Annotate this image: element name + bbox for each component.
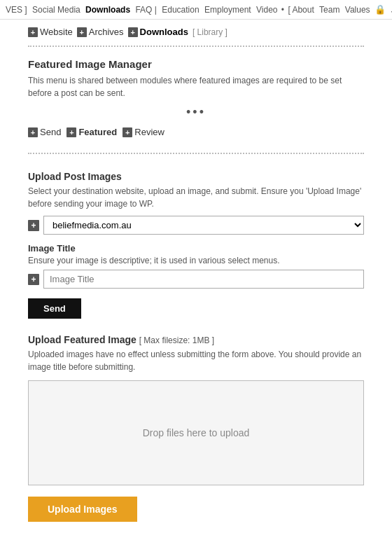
nav-separator: [29, 5, 31, 15]
divider-mid: [28, 153, 364, 154]
breadcrumb-extra: [ Library ]: [192, 27, 227, 37]
nav-separator: [82, 5, 84, 15]
breadcrumb-website-label: Website: [40, 27, 73, 37]
sub-nav-review-label: Review: [134, 127, 164, 137]
drop-zone[interactable]: Drop files here to upload: [28, 380, 364, 485]
nav-separator: [158, 5, 160, 15]
featured-image-manager-desc: This menu is shared between modules wher…: [28, 74, 364, 99]
sub-nav: + Send + Featured + Review: [28, 127, 364, 137]
drop-zone-text: Drop files here to upload: [143, 427, 250, 438]
image-title-row: +: [28, 270, 364, 289]
featured-title-note: [ Max filesize: 1MB ]: [139, 335, 214, 345]
plus-icon-website: +: [28, 27, 38, 37]
plus-icon-archives: +: [77, 27, 87, 37]
dropdown-row: + beliefmedia.com.au: [28, 216, 364, 235]
nav-education[interactable]: Education: [162, 5, 199, 15]
upload-post-title: Upload Post Images: [28, 171, 364, 182]
nav-faq[interactable]: FAQ |: [135, 5, 156, 15]
image-title-label: Image Title: [28, 243, 364, 254]
breadcrumb-website[interactable]: + Website: [28, 27, 73, 37]
upload-post-desc: Select your destination website, upload …: [28, 185, 364, 210]
featured-image-manager-title: Featured Image Manager: [28, 58, 364, 70]
lock-icon[interactable]: 🔒: [374, 4, 386, 15]
divider-top: [28, 46, 364, 47]
upload-featured-section: Upload Featured Image [ Max filesize: 1M…: [28, 334, 364, 522]
nav-separator: [341, 5, 343, 15]
breadcrumb-archives[interactable]: + Archives: [77, 27, 124, 37]
website-dropdown[interactable]: beliefmedia.com.au: [43, 216, 364, 235]
share-icon[interactable]: ↗: [390, 4, 392, 15]
upload-images-button[interactable]: Upload Images: [28, 497, 137, 522]
featured-image-manager-section: Featured Image Manager This menu is shar…: [0, 51, 392, 148]
upload-featured-desc: Uploaded images have no effect unless su…: [28, 348, 364, 373]
nav-values[interactable]: Values: [345, 5, 370, 15]
top-nav: VES ] Social Media Downloads FAQ | Educa…: [0, 0, 392, 20]
nav-separator: [316, 5, 318, 15]
three-dots: •••: [28, 105, 364, 120]
breadcrumb-downloads[interactable]: + Downloads: [128, 27, 188, 37]
nav-employment[interactable]: Employment: [204, 5, 251, 15]
sub-nav-send-label: Send: [40, 127, 61, 137]
nav-team[interactable]: Team: [319, 5, 340, 15]
nav-about[interactable]: [ About: [288, 5, 314, 15]
sub-nav-send[interactable]: + Send: [28, 127, 61, 137]
plus-icon-send: +: [28, 127, 38, 137]
plus-icon-downloads: +: [128, 27, 138, 37]
nav-ves[interactable]: VES ]: [6, 5, 27, 15]
nav-separator: •: [279, 5, 287, 15]
send-button[interactable]: Send: [28, 298, 81, 319]
plus-icon-featured: +: [66, 127, 76, 137]
image-title-input[interactable]: [43, 270, 364, 289]
nav-separator: [253, 5, 255, 15]
sub-nav-featured-label: Featured: [78, 127, 117, 137]
plus-icon-dropdown: +: [28, 220, 39, 231]
upload-featured-title: Upload Featured Image [ Max filesize: 1M…: [28, 334, 364, 345]
sub-nav-review[interactable]: + Review: [122, 127, 164, 137]
nav-separator: [132, 5, 134, 15]
nav-social-media[interactable]: Social Media: [32, 5, 80, 15]
breadcrumb-downloads-label: Downloads: [140, 27, 188, 37]
breadcrumb-archives-label: Archives: [89, 27, 124, 37]
plus-icon-input: +: [28, 274, 39, 285]
breadcrumb: + Website + Archives + Downloads [ Libra…: [0, 20, 392, 41]
plus-icon-review: +: [122, 127, 132, 137]
nav-separator: [201, 5, 203, 15]
nav-video[interactable]: Video: [256, 5, 277, 15]
featured-title-text: Upload Featured Image: [28, 334, 136, 345]
image-title-sublabel: Ensure your image is descriptive; it is …: [28, 256, 364, 265]
sub-nav-featured[interactable]: + Featured: [66, 127, 117, 137]
upload-post-section: Upload Post Images Select your destinati…: [0, 164, 392, 529]
nav-downloads[interactable]: Downloads: [85, 5, 130, 15]
